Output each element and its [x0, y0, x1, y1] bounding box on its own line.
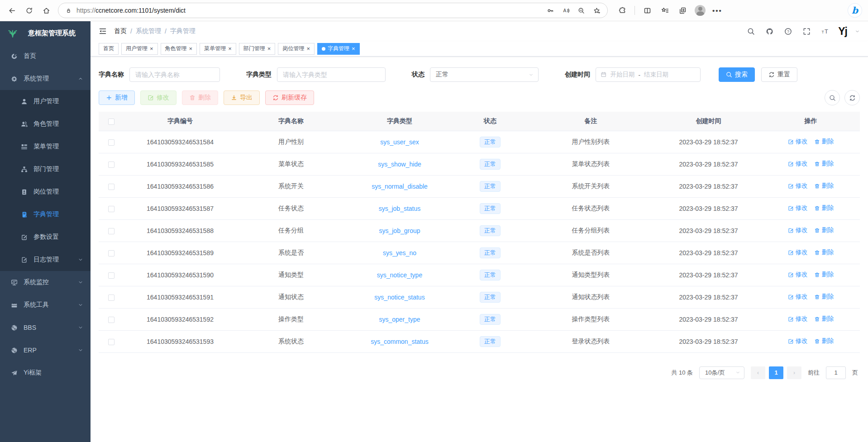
- tab-字典管理[interactable]: 字典管理×: [317, 43, 360, 55]
- split-screen-icon[interactable]: [642, 5, 653, 16]
- sidebar-collapse-icon[interactable]: [99, 27, 107, 35]
- dict-type-link[interactable]: sys_notice_status: [374, 294, 424, 301]
- url-text[interactable]: https://ccnetcore.com:1101/system/dict: [76, 7, 541, 14]
- dict-type-link[interactable]: sys_yes_no: [383, 249, 416, 257]
- row-edit-button[interactable]: 修改: [788, 293, 808, 301]
- row-checkbox[interactable]: [108, 295, 114, 301]
- row-edit-button[interactable]: 修改: [788, 160, 808, 168]
- sidebar-item-部门管理[interactable]: 部门管理: [0, 158, 91, 181]
- back-icon[interactable]: [6, 5, 17, 16]
- read-aloud-icon[interactable]: A: [561, 5, 570, 16]
- row-checkbox[interactable]: [108, 139, 114, 146]
- page-size-select[interactable]: 10条/页: [699, 366, 744, 379]
- dict-type-link[interactable]: sys_oper_type: [379, 316, 420, 323]
- row-delete-button[interactable]: 删除: [814, 293, 834, 301]
- row-checkbox[interactable]: [108, 206, 114, 212]
- export-button[interactable]: 导出: [224, 90, 260, 105]
- more-icon[interactable]: •••: [712, 7, 722, 14]
- row-edit-button[interactable]: 修改: [788, 337, 808, 345]
- row-delete-button[interactable]: 删除: [814, 226, 834, 234]
- row-checkbox[interactable]: [108, 339, 114, 345]
- user-logo[interactable]: Yj: [838, 25, 847, 38]
- close-icon[interactable]: ×: [228, 46, 232, 52]
- collections-icon[interactable]: [677, 5, 688, 16]
- row-delete-button[interactable]: 删除: [814, 315, 834, 323]
- home-icon[interactable]: [41, 5, 52, 16]
- key-icon[interactable]: [546, 5, 555, 16]
- tab-菜单管理[interactable]: 菜单管理×: [200, 43, 236, 55]
- dict-type-link[interactable]: sys_user_sex: [380, 138, 419, 146]
- dict-type-link[interactable]: sys_notice_type: [377, 271, 422, 279]
- delete-button[interactable]: 删除: [182, 90, 218, 105]
- sidebar-item-用户管理[interactable]: 用户管理: [0, 90, 91, 113]
- search-button[interactable]: 搜索: [719, 67, 755, 82]
- profile-avatar[interactable]: [695, 5, 706, 16]
- sidebar-item-系统管理[interactable]: 系统管理: [0, 67, 91, 90]
- row-edit-button[interactable]: 修改: [788, 315, 808, 323]
- sidebar-item-角色管理[interactable]: 角色管理: [0, 113, 91, 135]
- close-icon[interactable]: ×: [150, 46, 153, 52]
- dict-type-link[interactable]: sys_show_hide: [378, 161, 421, 168]
- row-delete-button[interactable]: 删除: [814, 160, 834, 168]
- reset-button[interactable]: 重置: [761, 67, 797, 82]
- github-icon[interactable]: [764, 26, 775, 37]
- row-edit-button[interactable]: 修改: [788, 226, 808, 234]
- sidebar-item-参数设置[interactable]: 参数设置: [0, 226, 91, 248]
- dict-type-link[interactable]: sys_common_status: [371, 338, 429, 345]
- help-icon[interactable]: ?: [782, 26, 793, 37]
- edit-button[interactable]: 修改: [140, 90, 176, 105]
- sidebar-item-岗位管理[interactable]: 岗位管理: [0, 181, 91, 203]
- row-delete-button[interactable]: 删除: [814, 204, 834, 212]
- date-range-picker[interactable]: 开始日期 - 结束日期: [596, 67, 701, 82]
- show-search-button[interactable]: [825, 90, 840, 105]
- fullscreen-icon[interactable]: [801, 26, 812, 37]
- zoom-out-icon[interactable]: [577, 5, 586, 16]
- row-edit-button[interactable]: 修改: [788, 138, 808, 146]
- breadcrumb-item-首页[interactable]: 首页: [114, 27, 127, 35]
- row-delete-button[interactable]: 删除: [814, 248, 834, 257]
- row-edit-button[interactable]: 修改: [788, 271, 808, 279]
- close-icon[interactable]: ×: [306, 46, 310, 52]
- status-select[interactable]: 正常: [430, 67, 539, 82]
- dict-type-link[interactable]: sys_job_group: [379, 227, 420, 234]
- sidebar-item-首页[interactable]: 首页: [0, 45, 91, 67]
- sidebar-item-ERP[interactable]: ERP: [0, 339, 91, 361]
- row-checkbox[interactable]: [108, 250, 114, 257]
- row-delete-button[interactable]: 删除: [814, 182, 834, 190]
- tab-岗位管理[interactable]: 岗位管理×: [278, 43, 315, 55]
- sidebar-item-系统监控[interactable]: 系统监控: [0, 271, 91, 294]
- tab-首页[interactable]: 首页: [99, 43, 119, 55]
- next-page-button[interactable]: ›: [787, 366, 801, 379]
- row-edit-button[interactable]: 修改: [788, 182, 808, 190]
- select-all-checkbox[interactable]: [108, 119, 114, 125]
- font-size-icon[interactable]: TT: [820, 26, 830, 37]
- sidebar-item-BBS[interactable]: BBS: [0, 316, 91, 339]
- sidebar-item-日志管理[interactable]: 日志管理: [0, 248, 91, 271]
- sidebar-item-菜单管理[interactable]: 菜单管理: [0, 135, 91, 158]
- row-edit-button[interactable]: 修改: [788, 248, 808, 257]
- tab-部门管理[interactable]: 部门管理×: [239, 43, 276, 55]
- add-button[interactable]: 新增: [99, 90, 135, 105]
- reload-icon[interactable]: [24, 5, 34, 16]
- row-delete-button[interactable]: 删除: [814, 337, 834, 345]
- row-checkbox[interactable]: [108, 162, 114, 168]
- close-icon[interactable]: ×: [267, 46, 271, 52]
- chevron-down-icon[interactable]: [855, 29, 860, 34]
- row-delete-button[interactable]: 删除: [814, 138, 834, 146]
- sidebar-item-字典管理[interactable]: 字典管理: [0, 203, 91, 226]
- favorites-bar-icon[interactable]: [659, 5, 670, 16]
- row-checkbox[interactable]: [108, 228, 114, 234]
- sidebar-item-系统工具[interactable]: 系统工具: [0, 294, 91, 316]
- page-number-1[interactable]: 1: [769, 366, 783, 379]
- refresh-table-button[interactable]: [844, 90, 860, 105]
- row-delete-button[interactable]: 删除: [814, 271, 834, 279]
- sidebar-item-Yi框架[interactable]: Yi框架: [0, 361, 91, 384]
- close-icon[interactable]: ×: [352, 46, 355, 52]
- app-logo[interactable]: 意框架管理系统: [0, 21, 91, 45]
- search-icon[interactable]: [745, 26, 756, 37]
- dict-type-link[interactable]: sys_job_status: [379, 205, 421, 212]
- close-icon[interactable]: ×: [189, 46, 193, 52]
- row-checkbox[interactable]: [108, 184, 114, 190]
- extensions-icon[interactable]: [617, 5, 628, 16]
- address-bar[interactable]: https://ccnetcore.com:1101/system/dict A: [58, 3, 608, 18]
